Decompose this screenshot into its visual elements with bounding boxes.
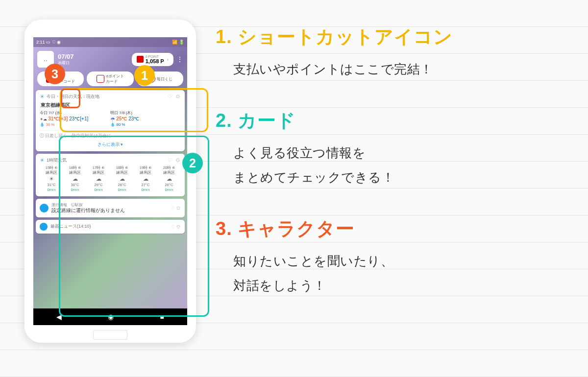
weather-location: 東京都練馬区 xyxy=(41,102,181,109)
chevron-right-icon: › xyxy=(167,57,169,62)
weather-icon: ☀ xyxy=(40,94,45,100)
news-card[interactable]: 最新ニュース(14:10) ♡ ⯐ xyxy=(36,220,185,234)
feature-title: 3. キャラクター xyxy=(216,216,573,241)
status-bar: 2:11 ▭ ♡ ◉ 📶 🔋 xyxy=(33,37,187,47)
hourly-col: 18時 ⊕練馬区☁28°C0mm xyxy=(110,165,134,192)
android-navbar: ◀ ◉ ■ xyxy=(33,308,187,325)
hourly-col: 17時 ⊕練馬区☁29°C0mm xyxy=(87,165,110,192)
feature-title: 2. カード xyxy=(216,108,573,133)
hourly-col: 20時 ⊕練馬区☁26°C0mm xyxy=(157,165,181,192)
pin-icon[interactable]: ⯐ xyxy=(175,94,181,100)
badge-3: 3 xyxy=(45,64,65,84)
train-icon xyxy=(40,204,49,212)
heart-icon[interactable]: ♡ xyxy=(168,157,172,164)
weather-card[interactable]: ☀ 今日・明日の天気：現在地 ♡⯐ 東京都練馬区 今日 7/7 (水) ☀☁ 3… xyxy=(36,90,185,151)
date-block: 07/07 水曜日 xyxy=(58,53,74,66)
dpoint-card[interactable]: d POINT1,058 P › xyxy=(132,53,173,66)
kebab-icon[interactable]: ⋮ xyxy=(176,55,183,63)
feature-desc: 知りたいことを聞いたり、 対話をしよう！ xyxy=(216,249,573,298)
hourly-icon: ☀ xyxy=(40,157,45,164)
hardware-home xyxy=(93,330,127,340)
feature-title: 1. ショートカットアイコン xyxy=(216,24,573,49)
shortcut-dpoint[interactable]: dポイント カード xyxy=(87,71,133,86)
weather-more[interactable]: さらに表示 ▾ xyxy=(40,141,181,148)
nav-back-icon[interactable]: ◀ xyxy=(56,313,62,321)
weather-advice: ⓘ 日差し届く 熱中症対策は万全に xyxy=(40,130,181,139)
feature-desc: 支払いやポイントはここで完結！ xyxy=(216,57,573,81)
hourly-col: 16時 ⊕練馬区☁30°C0mm xyxy=(63,165,87,192)
hourly-col: 19時 ⊕練馬区☁27°C0mm xyxy=(134,165,157,192)
hourly-card[interactable]: ☀ 1時間天気 ♡⯐ 15時 ⊕練馬区☀31°C0mm16時 ⊕練馬区☁30°C… xyxy=(36,154,185,196)
feature-desc: よく見る役立つ情報を まとめてチェックできる！ xyxy=(216,141,573,189)
news-icon xyxy=(40,223,48,231)
train-card[interactable]: 運行情報 Ⓒ駅探 設定路線に運行情報がありません ♡ ⯐ xyxy=(36,199,185,217)
heart-icon[interactable]: ♡ xyxy=(168,94,172,100)
dpoint-icon xyxy=(137,56,144,63)
nav-recent-icon[interactable]: ■ xyxy=(160,313,164,321)
pin-icon[interactable]: ⯐ xyxy=(175,157,181,164)
nav-home-icon[interactable]: ◉ xyxy=(108,313,114,321)
hourly-col: 15時 ⊕練馬区☀31°C0mm xyxy=(40,165,63,192)
badge-2: 2 xyxy=(182,153,203,173)
badge-1: 1 xyxy=(134,65,155,86)
